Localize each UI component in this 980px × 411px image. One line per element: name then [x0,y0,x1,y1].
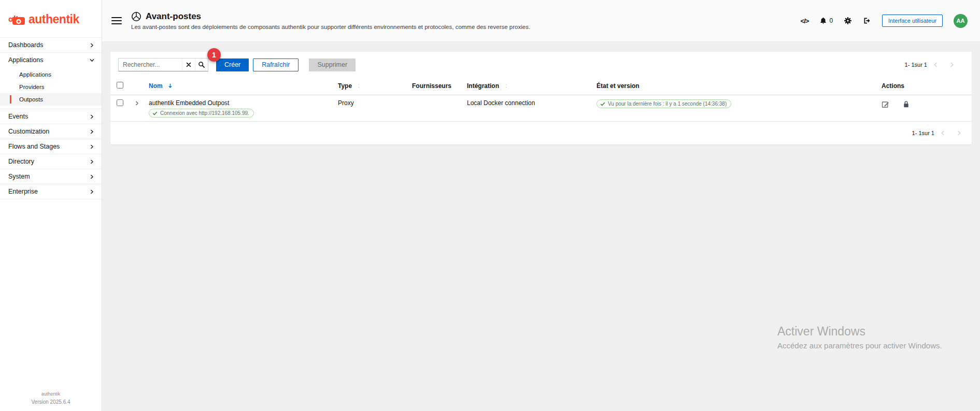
column-label: Intégration [467,82,499,90]
bell-icon [819,17,827,25]
page-subtitle: Les avant-postes sont des déploiements d… [131,24,530,30]
column-header-fournisseurs: Fournisseurs [408,77,463,95]
sort-descending-icon [167,83,173,89]
notification-count: 0 [829,17,833,24]
sidebar-item-providers[interactable]: Providers [0,81,102,93]
column-header-integration[interactable]: Intégration [463,77,592,95]
row-select-checkbox[interactable] [117,99,123,106]
topbar-actions: </> 0 [801,14,968,28]
watermark-subtitle: Accédez aux paramètres pour activer Wind… [777,341,942,350]
chevron-right-icon [90,114,94,119]
sidebar-item-outposts[interactable]: Outposts [0,93,102,106]
sidebar-item-applications-sub[interactable]: Applications [0,68,102,81]
sidebar-item-flows-and-stages[interactable]: Flows and Stages [0,139,102,154]
column-header-type[interactable]: Type [334,77,408,95]
clear-search-button[interactable] [182,58,195,71]
main-area: Avant-postes Les avant-postes sont des d… [102,0,980,411]
footer-version: Version 2025.6.4 [0,398,102,406]
authentik-wordmark: authentik [29,12,79,26]
windows-activation-watermark: Activer Windows Accédez aux paramètres p… [777,325,942,350]
state-badge: Vu pour la dernière fois : il y a 1 seco… [596,99,731,108]
pagination-label: 1- 1sur 1 [905,62,927,68]
outpost-name-link[interactable]: authentik Embedded Outpost [149,99,229,107]
card-bottom: 1- 1sur 1 [110,122,972,141]
sidebar-item-events[interactable]: Events [0,109,102,124]
next-page-button[interactable] [944,62,960,67]
avatar[interactable]: AA [954,14,968,28]
edit-icon [882,100,889,108]
sidebar-item-system[interactable]: System [0,169,102,184]
table-header-row: Nom Type Fournisseurs [110,77,972,95]
chevron-right-icon [135,100,139,106]
sidebar-footer: authentik Version 2025.6.4 [0,391,102,406]
sidebar-item-label: System [8,173,30,180]
page-title-block: Avant-postes Les avant-postes sont des d… [131,11,530,30]
sidebar: authentik Dashboards Applications Applic… [0,0,102,411]
chevron-left-icon [933,62,938,67]
column-header-actions: Actions [877,77,972,95]
chevron-right-icon [957,130,962,136]
sign-out-icon [863,17,871,25]
chevron-right-icon [90,189,94,194]
create-button[interactable]: Créer [216,58,249,71]
edit-outpost-button[interactable] [882,100,889,108]
pagination-bottom: 1- 1sur 1 [912,130,968,136]
health-badge-label: Connexion avec http://192.168.105.99. [160,110,249,116]
select-all-checkbox[interactable] [117,82,123,89]
sidebar-item-label: Dashboards [8,41,43,49]
next-page-button[interactable] [951,130,968,136]
refresh-button[interactable]: Rafraîchir [253,58,299,71]
chevron-right-icon [90,43,94,48]
prev-page-button[interactable] [934,130,951,136]
watermark-title: Activer Windows [777,325,942,339]
close-icon [186,62,192,68]
row-expand-button[interactable] [135,99,139,107]
footer-app-name: authentik [0,391,102,398]
api-docs-icon[interactable]: </> [801,17,809,25]
sortable-icon [504,83,508,89]
column-label: Nom [149,82,163,90]
check-icon [600,101,605,107]
prev-page-button[interactable] [927,62,944,67]
search-group [118,58,208,71]
sortable-icon [357,83,361,89]
hamburger-menu-icon[interactable] [111,15,122,26]
delete-button[interactable]: Supprimer [309,58,356,71]
column-label: Actions [882,82,904,90]
outpost-token-button[interactable] [903,100,910,108]
sidebar-item-label: Events [8,113,28,120]
chevron-right-icon [90,174,94,179]
pagination-top: 1- 1sur 1 [905,62,960,68]
column-label: Type [338,82,352,90]
sidebar-item-label: Flows and Stages [8,143,60,150]
sidebar-item-label: Customization [8,128,49,135]
chevron-right-icon [90,159,94,164]
chevron-right-icon [949,62,955,67]
sidebar-item-dashboards[interactable]: Dashboards [0,37,102,52]
state-badge-label: Vu pour la dernière fois : il y a 1 seco… [608,101,727,107]
sidebar-item-customization[interactable]: Customization [0,124,102,139]
sidebar-item-enterprise[interactable]: Enterprise [0,184,102,199]
content-area: 1 Créer Rafraîchir Supprimer 1- 1sur 1 [102,42,980,411]
sidebar-item-label: Directory [8,158,34,165]
sign-out-button[interactable] [863,17,871,25]
health-badge: Connexion avec http://192.168.105.99. [149,109,254,118]
sidebar-item-label: Applications [8,56,43,64]
notifications-button[interactable]: 0 [819,17,833,25]
sidebar-item-directory[interactable]: Directory [0,154,102,169]
settings-button[interactable] [844,17,852,25]
cell-integration: Local Docker connection [463,95,592,122]
column-header-nom[interactable]: Nom [145,77,334,95]
sidebar-nav: Dashboards Applications Applications Pro… [0,37,102,199]
column-header-etat-version: État et version [592,77,877,95]
search-button[interactable] [195,58,208,71]
table-toolbar: Créer Rafraîchir Supprimer 1- 1sur 1 [110,52,972,77]
user-interface-button[interactable]: Interface utilisateur [882,14,943,27]
annotation-step-badge: 1 [207,48,221,62]
authentik-logo[interactable]: authentik [0,0,102,37]
sidebar-item-applications[interactable]: Applications [0,52,102,67]
chevron-left-icon [940,130,945,136]
chevron-down-icon [90,58,94,63]
sidebar-item-label: Enterprise [8,188,38,195]
search-input[interactable] [119,58,182,71]
